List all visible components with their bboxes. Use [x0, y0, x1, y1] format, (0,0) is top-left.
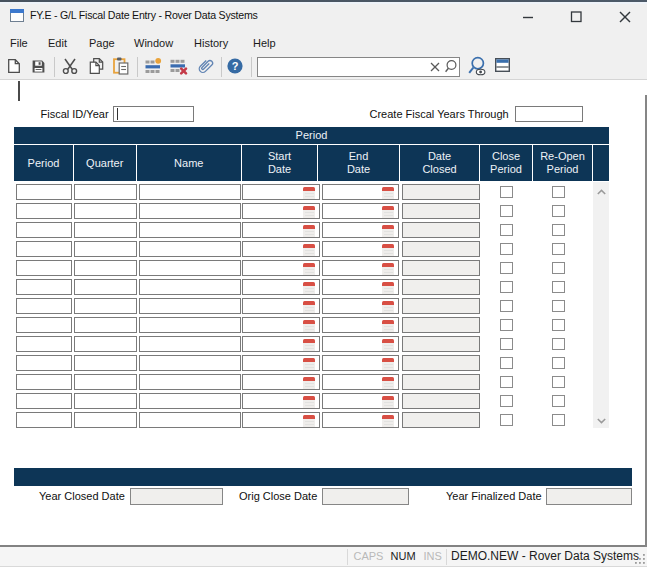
svg-text:?: ?	[232, 60, 239, 72]
